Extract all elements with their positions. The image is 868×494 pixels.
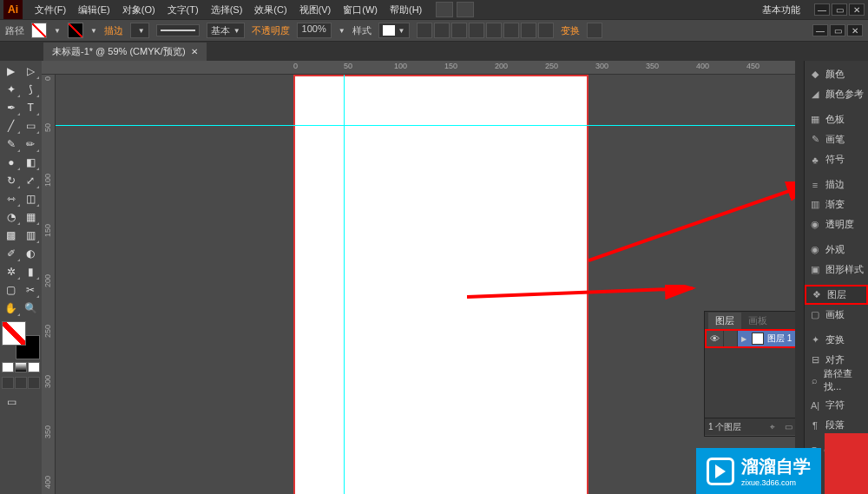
panel-button-颜色参考[interactable]: ◢颜色参考: [805, 84, 868, 104]
eyedropper-tool[interactable]: ✐: [2, 245, 21, 262]
scale-tool[interactable]: ⤢: [22, 172, 41, 189]
artboards-tab[interactable]: 画板: [741, 313, 774, 329]
panel-button-段落[interactable]: ¶段落: [805, 415, 868, 435]
align-1-icon[interactable]: [434, 23, 450, 38]
brush-def-dropdown[interactable]: 基本▼: [207, 23, 245, 38]
opacity-arrow[interactable]: ▼: [339, 27, 345, 35]
slice-tool[interactable]: ✂: [22, 281, 41, 299]
vertical-ruler[interactable]: 0 50 100 150 200 250 300 350 400: [42, 75, 56, 494]
transform-label[interactable]: 变换: [561, 24, 580, 37]
minimize-button[interactable]: —: [814, 3, 830, 16]
layer-expand-icon[interactable]: ▶: [738, 335, 750, 343]
opacity-input[interactable]: 100%: [297, 23, 332, 38]
horizontal-guide[interactable]: [56, 125, 795, 126]
paintbrush-tool[interactable]: ✎: [2, 135, 21, 153]
canvas-area[interactable]: 0 50 100 150 200 250 300 350 400 450 0 5…: [42, 61, 795, 494]
make-clip-mask-icon[interactable]: ▭: [781, 421, 795, 433]
workspace-switcher[interactable]: 基本功能: [755, 3, 807, 16]
fill-dropdown-arrow[interactable]: ▼: [54, 27, 61, 35]
gradient-mode-icon[interactable]: [15, 362, 27, 372]
visibility-toggle-icon[interactable]: 👁: [707, 331, 724, 346]
blend-tool[interactable]: ◐: [22, 245, 41, 262]
gradient-tool[interactable]: ▥: [22, 227, 41, 244]
pencil-tool[interactable]: ✏: [22, 135, 41, 153]
magic-wand-tool[interactable]: ✦: [2, 81, 21, 98]
document-tab[interactable]: 未标题-1* @ 59% (CMYK/预览) ✕: [43, 43, 207, 61]
panel-button-变换[interactable]: ✦变换: [805, 330, 868, 350]
hand-tool[interactable]: ✋: [2, 300, 21, 317]
layers-tab[interactable]: 图层: [708, 313, 741, 329]
menu-effect[interactable]: 效果(C): [249, 2, 292, 18]
draw-normal-icon[interactable]: [2, 377, 14, 389]
zoom-tool[interactable]: 🔍: [22, 300, 41, 317]
mesh-tool[interactable]: ▩: [2, 227, 21, 244]
draw-behind-icon[interactable]: [15, 377, 27, 389]
align-4-icon[interactable]: [486, 23, 502, 38]
perspective-grid-tool[interactable]: ▦: [22, 208, 41, 226]
maximize-button[interactable]: ▭: [832, 3, 847, 16]
direct-selection-tool[interactable]: ▷: [22, 63, 41, 80]
line-tool[interactable]: ╱: [2, 117, 21, 135]
free-transform-tool[interactable]: ◫: [22, 190, 41, 207]
panel-button-画板[interactable]: ▢画板: [805, 305, 868, 325]
align-3-icon[interactable]: [469, 23, 484, 38]
arrange-icon[interactable]: [457, 2, 474, 17]
artboard[interactable]: [293, 75, 589, 494]
stroke-weight-dropdown[interactable]: ▼: [130, 23, 149, 38]
bridge-icon[interactable]: [436, 2, 453, 17]
rectangle-tool[interactable]: ▭: [22, 117, 41, 135]
horizontal-ruler[interactable]: 0 50 100 150 200 250 300 350 400 450: [42, 61, 795, 75]
stroke-swatch[interactable]: [68, 23, 83, 38]
menu-view[interactable]: 视图(V): [294, 2, 337, 18]
selection-tool[interactable]: ▶: [2, 63, 21, 80]
draw-inside-icon[interactable]: [28, 377, 40, 389]
lasso-tool[interactable]: ⟆: [22, 81, 41, 98]
menu-select[interactable]: 选择(S): [206, 2, 248, 18]
menu-edit[interactable]: 编辑(E): [73, 2, 115, 18]
panel-button-颜色[interactable]: ◆颜色: [805, 64, 868, 84]
color-swatches[interactable]: [2, 321, 40, 359]
panel-button-画笔[interactable]: ✎画笔: [805, 129, 868, 149]
style-dropdown[interactable]: ▼: [378, 23, 410, 38]
color-mode-icon[interactable]: [2, 362, 14, 372]
tab-close-icon[interactable]: ✕: [191, 47, 198, 56]
doc-minimize-button[interactable]: —: [812, 24, 828, 36]
doc-maximize-button[interactable]: ▭: [830, 24, 845, 36]
doc-close-button[interactable]: ✕: [847, 24, 863, 36]
locate-object-icon[interactable]: ⌖: [766, 421, 779, 433]
blob-brush-tool[interactable]: ●: [2, 154, 21, 171]
fill-swatch[interactable]: [31, 23, 47, 38]
menu-help[interactable]: 帮助(H): [385, 2, 427, 18]
type-tool[interactable]: T: [22, 99, 41, 116]
menu-file[interactable]: 文件(F): [30, 2, 71, 18]
menu-type[interactable]: 文字(T): [162, 2, 204, 18]
panel-button-描边[interactable]: ≡描边: [805, 175, 868, 194]
rotate-tool[interactable]: ↻: [2, 172, 21, 189]
stroke-label[interactable]: 描边: [104, 24, 123, 37]
panel-button-路径查找...[interactable]: ⌕路径查找...: [805, 370, 868, 390]
artboard-tool[interactable]: ▢: [2, 281, 21, 299]
symbol-sprayer-tool[interactable]: ✲: [2, 263, 21, 280]
pen-tool[interactable]: ✒: [2, 99, 21, 116]
isolate-icon[interactable]: [587, 23, 602, 38]
align-2-icon[interactable]: [451, 23, 467, 38]
layer-row[interactable]: 👁 ▶ 图层 1: [705, 329, 795, 348]
align-6-icon[interactable]: [521, 23, 536, 38]
stroke-dropdown-arrow[interactable]: ▼: [90, 27, 97, 35]
shape-builder-tool[interactable]: ◔: [2, 208, 21, 226]
recolor-icon[interactable]: [417, 23, 432, 38]
panel-button-图形样式[interactable]: ▣图形样式: [805, 260, 868, 280]
panel-button-符号[interactable]: ♣符号: [805, 149, 868, 169]
panel-button-外观[interactable]: ◉外观: [805, 240, 868, 260]
none-mode-icon[interactable]: [28, 362, 40, 372]
menu-object[interactable]: 对象(O): [117, 2, 161, 18]
lock-toggle[interactable]: [724, 331, 738, 346]
panel-button-字符[interactable]: A|字符: [805, 395, 868, 415]
width-tool[interactable]: ⇿: [2, 190, 21, 207]
stroke-profile[interactable]: [156, 24, 200, 36]
vertical-guide[interactable]: [344, 75, 345, 494]
menu-window[interactable]: 窗口(W): [338, 2, 383, 18]
screen-mode-tool[interactable]: ▭: [2, 393, 21, 411]
panel-button-图层[interactable]: ❖图层: [805, 285, 868, 305]
panel-button-色板[interactable]: ▦色板: [805, 109, 868, 129]
